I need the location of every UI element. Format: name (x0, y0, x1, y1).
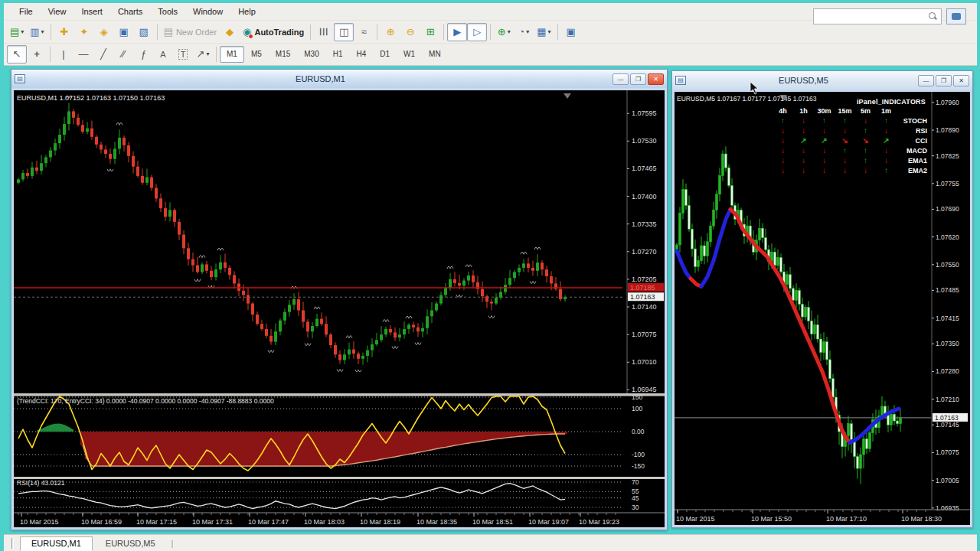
minimize-button[interactable]: — (918, 75, 934, 86)
ipanel-row-rsi: ↓↓↓↓↑↓RSI (773, 126, 927, 135)
svg-text:1.07270: 1.07270 (632, 248, 657, 256)
tab-eurusd-m1[interactable]: EURUSD,M1 (20, 536, 93, 551)
vertical-line-icon: | (62, 48, 64, 60)
toolbar-separator (557, 24, 558, 40)
navigator-button[interactable]: ◈ (94, 23, 114, 41)
cursor-tool-button[interactable]: ↖ (7, 45, 27, 64)
channel-button[interactable]: ∕∕ (113, 45, 133, 64)
text-icon: A (160, 50, 165, 59)
strategy-tester-button[interactable]: ▣ (561, 23, 581, 41)
svg-text:10 Mar 18:03: 10 Mar 18:03 (304, 518, 345, 526)
arrows-icon: ↗ (197, 48, 205, 60)
tile-windows-button[interactable]: ⊞ (420, 23, 440, 41)
search-input[interactable] (814, 12, 929, 21)
zoom-in-button[interactable]: ⊕ (381, 23, 400, 41)
chart-window-eurusd-m5[interactable]: ▤ EURUSD,M5 — ❐ ✕ EURUSD,M5 1.07167 1.07… (671, 70, 973, 528)
restore-button[interactable]: ❐ (936, 75, 952, 86)
timeframe-w1-button[interactable]: W1 (397, 46, 422, 63)
menu-window[interactable]: Window (185, 5, 230, 18)
auto-scroll-button[interactable]: ▶ (447, 23, 467, 41)
arrows-tool-button[interactable]: ↗ ▾ (193, 45, 213, 64)
svg-text:10 Mar 15:50: 10 Mar 15:50 (751, 515, 792, 523)
timeframe-d1-button[interactable]: D1 (373, 46, 397, 63)
zoom-out-icon: ⊖ (407, 26, 415, 37)
svg-text:RSI(14) 43.0121: RSI(14) 43.0121 (17, 479, 65, 487)
periods-button[interactable]: ◔ ▾ (514, 23, 534, 41)
timeframe-h1-button[interactable]: H1 (326, 46, 350, 63)
down-arrow-icon: ↓ (793, 126, 814, 135)
ipanel-col-15m: 15m (835, 107, 855, 115)
tab-eurusd-m5[interactable]: EURUSD,M5 (94, 536, 167, 551)
data-window-button[interactable]: ✦ (74, 23, 94, 41)
metaeditor-button[interactable]: ◆ (220, 23, 240, 41)
menu-tools[interactable]: Tools (150, 5, 185, 18)
chart-shift-button[interactable]: ▷ (467, 23, 487, 41)
crosshair-tool-button[interactable]: + (27, 45, 47, 64)
svg-text:1.07205: 1.07205 (632, 276, 657, 283)
timeframe-m30-button[interactable]: M30 (297, 46, 325, 63)
fibonacci-button[interactable]: ƒ (133, 45, 153, 64)
close-button[interactable]: ✕ (953, 75, 969, 86)
splitter (14, 393, 665, 396)
timeframe-h4-button[interactable]: H4 (350, 46, 374, 63)
up-arrow-icon: ↑ (855, 126, 876, 135)
profiles-button[interactable]: ▥ ▾ (27, 23, 47, 41)
close-button[interactable]: ✕ (648, 73, 664, 85)
menu-charts[interactable]: Charts (110, 5, 150, 18)
price-chart-eurusd-m1[interactable]: EURUSD,M1 1.07152 1.07163 1.07150 1.0716… (14, 90, 665, 527)
menu-help[interactable]: Help (230, 5, 263, 18)
horizontal-line-button[interactable]: — (74, 45, 93, 64)
svg-text:1.07400: 1.07400 (632, 193, 657, 201)
toolbar-separator (157, 24, 158, 40)
tabbar-grip (11, 538, 14, 549)
chat-icon (952, 13, 961, 20)
ipanel-label-ema2: EMA2 (897, 167, 927, 174)
timeframe-mn-button[interactable]: MN (422, 46, 448, 63)
auto-scroll-icon: ▶ (453, 26, 461, 37)
trendline-button[interactable]: ╱ (93, 45, 113, 64)
svg-text:1.07755: 1.07755 (936, 180, 959, 187)
up-arrow-icon: ↑ (814, 116, 835, 126)
left-window-titlebar[interactable]: ▤ EURUSD,M1 — ❐ ✕ (11, 70, 667, 88)
menu-file[interactable]: File (11, 5, 41, 18)
market-watch-button[interactable]: ✚ (54, 23, 74, 41)
candlestick-chart-button[interactable]: ◫ (334, 23, 354, 41)
timeframe-m15-button[interactable]: M15 (269, 46, 297, 63)
svg-text:1.07075: 1.07075 (632, 331, 657, 338)
indicators-button[interactable]: ⊕ ▾ (494, 23, 514, 41)
down-arrow-icon: ↓ (773, 136, 793, 145)
svg-text:10 Mar 19:23: 10 Mar 19:23 (579, 518, 619, 526)
minimize-button[interactable]: — (612, 73, 629, 85)
down-arrow-icon: ↓ (773, 126, 793, 135)
svg-text:10 Mar 18:35: 10 Mar 18:35 (416, 518, 457, 526)
chart-window-eurusd-m1[interactable]: ▤ EURUSD,M1 — ❐ ✕ EURUSD,M1 1.07152 1.07… (11, 69, 668, 530)
vertical-line-button[interactable]: | (54, 45, 74, 64)
svg-text:1.07335: 1.07335 (632, 220, 657, 228)
right-window-titlebar[interactable]: ▤ EURUSD,M5 — ❐ ✕ (672, 71, 972, 90)
down-right-arrow-icon: ↘ (855, 136, 876, 145)
label-tool-button[interactable]: T (173, 45, 193, 64)
autotrading-button[interactable]: ◉ AutoTrading (240, 23, 307, 41)
svg-text:100: 100 (632, 405, 642, 412)
timeframe-m1-button[interactable]: M1 (220, 46, 244, 63)
chat-button[interactable] (946, 8, 966, 24)
menu-view[interactable]: View (41, 5, 74, 18)
restore-button[interactable]: ❐ (630, 73, 646, 85)
down-arrow-icon: ↓ (773, 166, 793, 175)
down-arrow-icon: ↓ (814, 156, 835, 165)
text-tool-button[interactable]: A (153, 45, 173, 64)
templates-button[interactable]: ▦ ▾ (534, 23, 554, 41)
timeframe-m5-button[interactable]: M5 (244, 46, 269, 63)
terminal-button[interactable]: ▣ (114, 23, 134, 41)
bar-chart-button[interactable]: ☰ (314, 23, 334, 41)
ipanel-row-cci: ↓↗↗↘↘↗CCI (773, 135, 927, 145)
menu-insert[interactable]: Insert (74, 5, 110, 18)
tester-button[interactable]: ▧ (134, 23, 154, 41)
new-chart-button[interactable]: ▤ ▾ (7, 23, 27, 41)
new-order-button[interactable]: ▤ New Order (161, 23, 220, 41)
zoom-out-button[interactable]: ⊖ (400, 23, 420, 41)
workspace: ▤ EURUSD,M1 — ❐ ✕ EURUSD,M1 1.07152 1.07… (4, 66, 977, 530)
search-icon[interactable] (929, 12, 937, 21)
profiles-icon: ▥ (30, 26, 39, 37)
line-chart-button[interactable]: ≈ (354, 23, 374, 41)
